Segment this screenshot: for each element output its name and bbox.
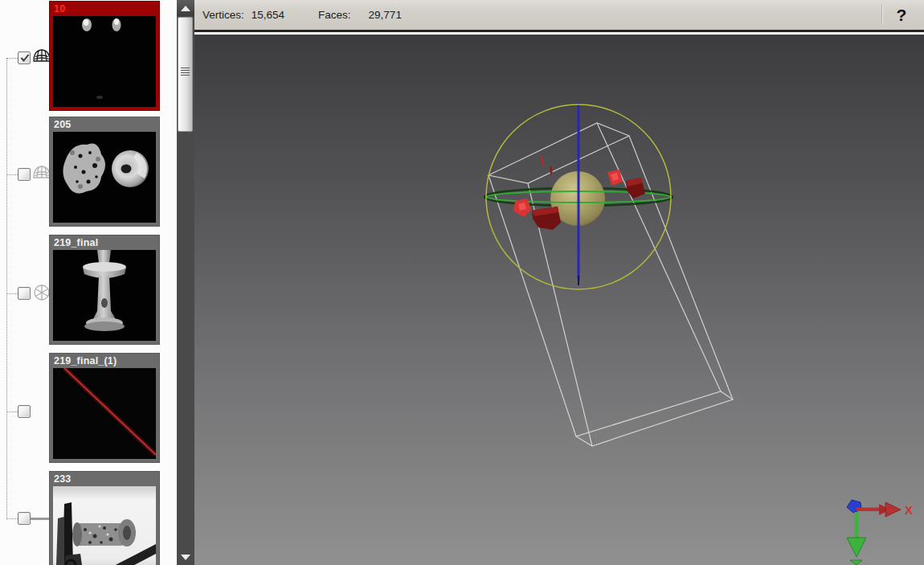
scene-thumbnail-4-image (53, 368, 156, 459)
help-button[interactable]: ? (889, 3, 914, 27)
scrollbar-thumb[interactable] (178, 17, 193, 132)
visibility-checkbox-item-1[interactable] (18, 51, 31, 64)
app-window: 10 (0, 0, 924, 565)
scene-thumbnail-4[interactable]: 219_final_(1) (50, 354, 159, 462)
scene-thumbnail-2-image (53, 132, 156, 223)
scrollbar-down-button[interactable] (177, 549, 194, 565)
scene-thumbnail-4-label: 219_final_(1) (50, 354, 159, 368)
tree-branch-2 (7, 174, 18, 175)
visibility-checkbox-item-3[interactable] (18, 287, 31, 300)
scene-thumbnail-1-image (53, 16, 156, 107)
scrollbar-grip-icon (181, 68, 190, 77)
visibility-checkbox-item-5[interactable] (18, 512, 31, 525)
visibility-checkbox-item-4[interactable] (18, 405, 31, 418)
tree-branch-3 (7, 293, 18, 294)
scene-thumbnail-2[interactable]: 205 (50, 117, 159, 226)
faces-label: Faces: (318, 9, 351, 21)
scene-thumbnail-1-label: 10 (50, 2, 159, 16)
arrow-down-icon (181, 555, 190, 560)
tree-branch-1 (7, 58, 18, 59)
vertices-label: Vertices: (202, 9, 244, 21)
tree-branch-5 (7, 518, 18, 519)
faces-value: 29,771 (369, 9, 402, 21)
arrow-up-icon (181, 6, 190, 11)
scene-canvas: X (194, 35, 924, 565)
mesh-dome-icon-inactive[interactable] (32, 163, 51, 182)
scene-thumbnail-3-label: 219_final (50, 235, 159, 250)
scene-thumbnail-5-image (53, 486, 156, 565)
mesh-dome-icon[interactable] (32, 47, 51, 66)
axis-triad-y-arrow (847, 512, 866, 565)
scene-thumbnail-5[interactable]: 233 (50, 472, 159, 565)
segmented-wheel-icon[interactable] (32, 283, 51, 302)
scene-list-sidebar: 10 (0, 0, 177, 565)
tree-branch-4 (7, 411, 18, 412)
tree-connector-line (6, 58, 7, 519)
scene-thumbnail-2-label: 205 (50, 117, 159, 132)
status-bar: Vertices: 15,654 Faces: 29,771 ? (194, 0, 924, 32)
axis-triad: X (847, 500, 913, 565)
vertices-value: 15,654 (251, 9, 284, 21)
statusbar-separator (881, 4, 882, 24)
viewport-3d[interactable]: X (194, 35, 924, 565)
scene-thumbnail-3-image (53, 250, 156, 341)
axis-triad-x-arrow (857, 502, 901, 517)
scene-thumbnail-1[interactable]: 10 (50, 2, 159, 110)
scene-thumbnail-3[interactable]: 219_final (50, 235, 159, 344)
sidebar-scrollbar[interactable] (177, 0, 194, 565)
scrollbar-up-button[interactable] (177, 0, 194, 16)
axis-x-label: X (905, 503, 913, 517)
tree-branch-5-solid (31, 518, 50, 520)
scene-thumbnail-5-label: 233 (50, 472, 159, 486)
checkmark-icon (19, 52, 31, 63)
visibility-checkbox-item-2[interactable] (18, 168, 31, 181)
